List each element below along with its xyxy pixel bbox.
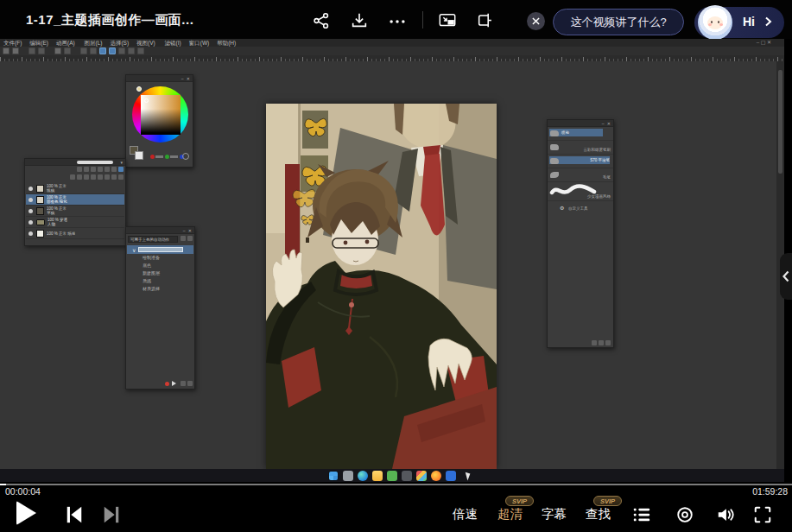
action-item: 材质选择 xyxy=(127,285,193,293)
action-item: 绘制准备 xyxy=(127,254,193,262)
ai-search-pill[interactable]: 这个视频讲了什么? xyxy=(553,9,684,35)
brush-icon xyxy=(550,144,559,150)
record-icon xyxy=(165,382,169,386)
photos-app-icon xyxy=(416,471,427,481)
layer-visible-icon xyxy=(29,209,33,213)
subtool-row-selected: 喷枪 xyxy=(548,127,613,141)
app-window-controls: – ▢ ✕ xyxy=(757,39,771,47)
toolbar-icon xyxy=(90,48,97,54)
windows-start-icon xyxy=(328,471,339,481)
toolbar-icon xyxy=(29,48,35,54)
color-swatches xyxy=(130,146,143,160)
toolbar-icon-active xyxy=(109,48,116,54)
panel-title-bar: – ✕ xyxy=(126,75,193,82)
speed-button[interactable]: 倍速 xyxy=(453,506,478,522)
toolbar-icon xyxy=(12,48,19,54)
svip-badge: SVIP xyxy=(593,496,622,506)
sidebar-collapse-tab[interactable] xyxy=(780,253,792,300)
toolbar-icon xyxy=(128,48,135,54)
hue-marker xyxy=(136,86,142,92)
next-button[interactable] xyxy=(102,505,121,522)
file-explorer-icon xyxy=(372,471,383,481)
layer-folder-row: 100 % 穿透人物 xyxy=(26,217,124,228)
edge-browser-icon xyxy=(358,471,368,481)
playlist-icon[interactable] xyxy=(632,505,651,524)
previous-button[interactable] xyxy=(65,505,84,522)
download-icon[interactable] xyxy=(350,11,369,30)
quality-button[interactable]: 超清 xyxy=(497,506,523,522)
subtitles-button[interactable]: 字幕 xyxy=(542,506,567,522)
paint-app-window: 文件(F)编辑(E)动画(A) 图层(L)选择(S)视图(V) 滤镜(I)窗口(… xyxy=(0,39,784,482)
brush-icon xyxy=(550,158,559,164)
toolbar-icon xyxy=(54,48,61,54)
action-item: 新建图层 xyxy=(127,269,193,277)
action-panel-controls xyxy=(126,380,193,387)
brush-icon xyxy=(550,172,559,178)
action-item: 质感 xyxy=(127,277,193,285)
color-wheel-panel: – ✕ xyxy=(125,74,193,168)
layer-visible-icon xyxy=(29,198,33,202)
chevron-right-icon xyxy=(762,16,774,28)
subtool-panel-buttons xyxy=(590,340,611,345)
assistant-pill[interactable]: Hi xyxy=(694,7,784,38)
video-frame[interactable]: 文件(F)编辑(E)动画(A) 图层(L)选择(S)视图(V) 滤镜(I)窗口(… xyxy=(0,39,792,482)
subtool-row-stroke-preview: 少女漫画风格 xyxy=(548,182,613,201)
current-time: 00:00:04 xyxy=(5,486,41,497)
sv-marker xyxy=(144,98,149,103)
layers-panel: ▾ 100 % 正常线稿 100 % xyxy=(24,158,126,246)
action-item: 底色 xyxy=(127,262,193,269)
find-button[interactable]: 查找 xyxy=(586,506,611,522)
subtool-row-selected: S70 平涂笔 xyxy=(548,155,613,168)
player-control-bar: 00:00:04 01:59:28 倍速 SVIP 超清 字幕 SVIP 查找 xyxy=(0,482,792,532)
recorded-taskbar xyxy=(0,469,784,482)
toolbar-icon xyxy=(64,48,71,54)
folder-icon xyxy=(36,219,45,225)
subtool-row: 云彩和烟雾笔刷 xyxy=(548,141,613,155)
cast-screen-icon[interactable] xyxy=(476,11,495,30)
play-button[interactable] xyxy=(16,501,36,525)
mini-player-icon[interactable] xyxy=(438,11,457,30)
ai-search-text: 这个视频讲了什么? xyxy=(570,15,666,30)
danmaku-settings-icon[interactable] xyxy=(675,505,694,524)
share-icon[interactable] xyxy=(312,11,331,30)
subtool-panel: – ✕ 喷枪 云彩和烟雾笔刷 S70 平涂笔 毛笔 xyxy=(547,119,614,348)
widgets-icon xyxy=(343,471,353,481)
wechat-icon xyxy=(387,471,397,481)
toolbar-icon xyxy=(137,48,144,54)
recycle-bin-icon xyxy=(402,471,412,481)
assistant-label: Hi xyxy=(743,15,755,28)
red-channel-dot xyxy=(150,155,155,159)
layer-row: 100 % 正常草稿 xyxy=(26,206,124,217)
blue-app-icon xyxy=(446,471,456,481)
progress-played xyxy=(0,484,6,485)
action-item-selected: ∨ xyxy=(127,245,193,254)
assistant-avatar xyxy=(698,5,732,40)
layer-row: 100 % 正常线稿 xyxy=(26,183,124,194)
close-search-icon[interactable] xyxy=(527,12,545,30)
toolbar-icon-active xyxy=(99,48,106,54)
svip-badge: SVIP xyxy=(505,496,534,506)
play-action-icon xyxy=(172,381,176,386)
subtool-row: 毛笔 xyxy=(548,168,613,182)
subtool-row-custom: ⚙ 自定义工具 xyxy=(548,201,613,215)
toolbar-icon xyxy=(3,48,10,54)
volume-icon[interactable] xyxy=(716,505,735,524)
layer-visible-icon xyxy=(29,231,33,236)
fullscreen-icon[interactable] xyxy=(753,505,772,524)
layers-toolbar-row xyxy=(44,174,124,181)
toolbar-icon xyxy=(118,48,125,54)
auto-action-panel: – ✕ 可用于上色的自动动作 ∨ 绘制准备 底色 新建图层 质感 材质选择 xyxy=(125,226,195,390)
more-options-icon[interactable] xyxy=(388,11,407,30)
color-mode-button xyxy=(182,153,189,160)
layer-visible-icon xyxy=(29,187,33,191)
firefox-icon xyxy=(431,471,441,481)
app-toolbar xyxy=(0,47,784,55)
gear-icon: ⚙ xyxy=(560,205,564,211)
layer-opacity-slider xyxy=(77,161,113,164)
title-bar: 1-17_主题插画创作—画面... xyxy=(0,0,792,39)
layers-toolbar-row xyxy=(49,167,124,174)
progress-bar[interactable] xyxy=(0,484,792,485)
toolbar-divider xyxy=(422,11,423,28)
layer-row: 100 % 正常 纸张 xyxy=(26,228,124,239)
video-title: 1-17_主题插画创作—画面... xyxy=(26,12,193,28)
